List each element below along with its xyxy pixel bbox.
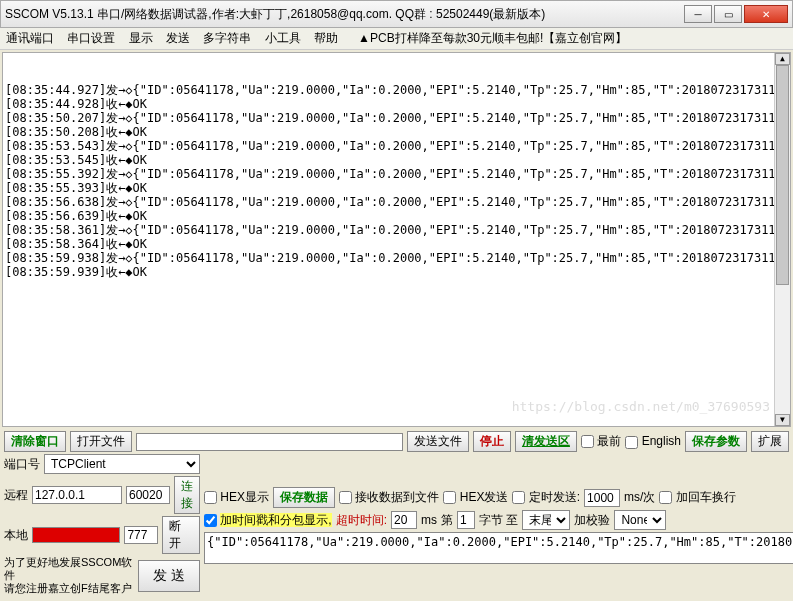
menu-send[interactable]: 发送 [166, 31, 190, 45]
checksum-select[interactable]: None [614, 510, 666, 530]
port-select[interactable]: TCPClient [44, 454, 200, 474]
log-line: [08:35:55.393]收←◆OK [5, 181, 788, 195]
clear-window-button[interactable]: 清除窗口 [4, 431, 66, 452]
front-checkbox[interactable] [581, 435, 594, 448]
timestamp-label[interactable]: 加时间戳和分包显示, [204, 512, 332, 529]
connect-button[interactable]: 连接 [174, 476, 200, 514]
log-line: [08:35:44.927]发→◇{"ID":05641178,"Ua":219… [5, 83, 788, 97]
menu-promo[interactable]: ▲PCB打样降至每款30元顺丰包邮!【嘉立创官网】 [358, 31, 627, 45]
savedata-button[interactable]: 保存数据 [273, 487, 335, 508]
log-line: [08:35:44.928]收←◆OK [5, 97, 788, 111]
timeout-input[interactable] [391, 511, 417, 529]
timesend-label[interactable]: 定时发送: [512, 489, 580, 506]
clear-send-button[interactable]: 清发送区 [515, 431, 577, 452]
byteunit-label: 字节 至 [479, 512, 518, 529]
port-label: 端口号 [4, 456, 40, 473]
di-label: 第 [441, 512, 453, 529]
timesend-checkbox[interactable] [512, 491, 525, 504]
log-line: [08:35:58.364]收←◆OK [5, 237, 788, 251]
end-select[interactable]: 末尾 [522, 510, 570, 530]
remote-port-input[interactable] [126, 486, 170, 504]
local-label: 本地 [4, 527, 28, 544]
disconnect-button[interactable]: 断开 [162, 516, 200, 554]
scrollbar-vertical[interactable]: ▲ ▼ [774, 53, 790, 426]
addcr-label[interactable]: 加回车换行 [659, 489, 735, 506]
menu-display[interactable]: 显示 [129, 31, 153, 45]
menubar: 通讯端口 串口设置 显示 发送 多字符串 小工具 帮助 ▲PCB打样降至每款30… [0, 28, 793, 50]
interval-unit: ms/次 [624, 489, 655, 506]
hexshow-checkbox[interactable] [204, 491, 217, 504]
log-line: [08:35:56.639]收←◆OK [5, 209, 788, 223]
english-checkbox[interactable] [625, 436, 638, 449]
local-port-input[interactable] [124, 526, 158, 544]
hexsend-label[interactable]: HEX发送 [443, 489, 508, 506]
menu-help[interactable]: 帮助 [314, 31, 338, 45]
front-checkbox-label[interactable]: 最前 [581, 433, 621, 450]
ms-label: ms [421, 513, 437, 527]
log-area[interactable]: [08:35:44.927]发→◇{"ID":05641178,"Ua":219… [2, 52, 791, 427]
log-line: [08:35:59.938]发→◇{"ID":05641178,"Ua":219… [5, 251, 788, 265]
save-param-button[interactable]: 保存参数 [685, 431, 747, 452]
send-textarea[interactable]: {"ID":05641178,"Ua":219.0000,"Ia":0.2000… [204, 532, 793, 564]
recvfile-label[interactable]: 接收数据到文件 [339, 489, 439, 506]
file-path-input[interactable] [136, 433, 403, 451]
controls-panel: 清除窗口 打开文件 发送文件 停止 清发送区 最前 English 保存参数 扩… [0, 429, 793, 601]
remote-label: 远程 [4, 487, 28, 504]
menu-tools[interactable]: 小工具 [265, 31, 301, 45]
titlebar: SSCOM V5.13.1 串口/网络数据调试器,作者:大虾丁丁,2618058… [0, 0, 793, 28]
menu-multistr[interactable]: 多字符串 [203, 31, 251, 45]
recvfile-checkbox[interactable] [339, 491, 352, 504]
remote-ip-input[interactable] [32, 486, 122, 504]
log-line: [08:35:53.545]收←◆OK [5, 153, 788, 167]
scrollbar-thumb[interactable] [776, 65, 789, 285]
log-line: [08:35:53.543]发→◇{"ID":05641178,"Ua":219… [5, 139, 788, 153]
stop-button[interactable]: 停止 [473, 431, 511, 452]
close-button[interactable]: ✕ [744, 5, 788, 23]
extend-button[interactable]: 扩展 [751, 431, 789, 452]
watermark: https://blog.csdn.net/m0_37690593 [512, 400, 770, 414]
log-line: [08:35:50.208]收←◆OK [5, 125, 788, 139]
english-checkbox-label[interactable]: English [625, 434, 681, 448]
log-line: [08:35:56.638]发→◇{"ID":05641178,"Ua":219… [5, 195, 788, 209]
timestamp-checkbox[interactable] [204, 514, 217, 527]
log-line: [08:35:58.361]发→◇{"ID":05641178,"Ua":219… [5, 223, 788, 237]
log-line: [08:35:50.207]发→◇{"ID":05641178,"Ua":219… [5, 111, 788, 125]
scroll-up-icon[interactable]: ▲ [775, 53, 790, 65]
bytenum-input[interactable] [457, 511, 475, 529]
promo-text-1: 为了更好地发展SSCOM软件 [4, 556, 134, 582]
hexsend-checkbox[interactable] [443, 491, 456, 504]
menu-portset[interactable]: 串口设置 [67, 31, 115, 45]
timeout-label: 超时时间: [336, 512, 387, 529]
interval-input[interactable] [584, 489, 620, 507]
send-file-button[interactable]: 发送文件 [407, 431, 469, 452]
addcr-checkbox[interactable] [659, 491, 672, 504]
checksum-label: 加校验 [574, 512, 610, 529]
open-file-button[interactable]: 打开文件 [70, 431, 132, 452]
hexshow-label[interactable]: HEX显示 [204, 489, 269, 506]
menu-port[interactable]: 通讯端口 [6, 31, 54, 45]
log-line: [08:35:59.939]收←◆OK [5, 265, 788, 279]
promo-text-2: 请您注册嘉立创F结尾客户 [4, 582, 134, 595]
maximize-button[interactable]: ▭ [714, 5, 742, 23]
local-ip-field[interactable] [32, 527, 120, 543]
window-title: SSCOM V5.13.1 串口/网络数据调试器,作者:大虾丁丁,2618058… [5, 6, 682, 23]
send-button[interactable]: 发 送 [138, 560, 200, 592]
log-line: [08:35:55.392]发→◇{"ID":05641178,"Ua":219… [5, 167, 788, 181]
minimize-button[interactable]: ─ [684, 5, 712, 23]
scroll-down-icon[interactable]: ▼ [775, 414, 790, 426]
